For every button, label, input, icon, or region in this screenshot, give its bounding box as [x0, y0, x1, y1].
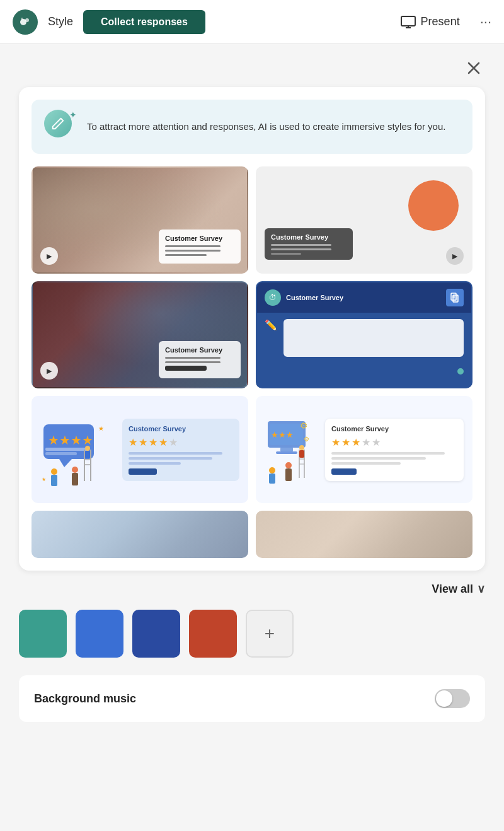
svg-rect-34 [276, 451, 297, 454]
star6-1: ★ [331, 436, 340, 448]
collect-responses-button[interactable]: Collect responses [83, 10, 205, 34]
svg-rect-3 [401, 16, 415, 26]
chevron-down-icon: ∨ [477, 582, 485, 596]
style-tab[interactable]: Style [48, 15, 73, 28]
svg-rect-27 [85, 451, 90, 458]
template-4-pencil-icon: ✏️ [265, 319, 277, 357]
svg-point-19 [72, 467, 78, 473]
more-options-button[interactable]: ··· [480, 14, 491, 30]
plus-icon: + [265, 624, 275, 644]
present-button[interactable]: Present [401, 15, 460, 28]
template-4-header: ⏱ Customer Survey [257, 282, 471, 313]
monitor-icon [401, 16, 416, 28]
star-5: ★ [169, 436, 178, 448]
partial-templates-row [32, 511, 472, 558]
template-item-4[interactable]: ⏱ Customer Survey ✏️ [256, 281, 472, 388]
template-4-input [284, 319, 464, 357]
template-5-illustration: ★★★★ [40, 412, 116, 487]
swatches-row: + [19, 610, 485, 658]
star-4: ★ [159, 436, 168, 448]
svg-point-2 [21, 18, 23, 20]
main-content: ✦ To attract more attention and response… [0, 44, 504, 831]
template-5-card: Customer Survey ★ ★ ★ ★ ★ [122, 419, 239, 481]
svg-text:★: ★ [98, 425, 104, 432]
star6-3: ★ [352, 436, 360, 448]
template-3-title: Customer Survey [165, 346, 234, 354]
template-5-line-2 [129, 457, 212, 460]
svg-point-39 [285, 462, 292, 468]
svg-point-37 [269, 467, 275, 474]
template-4-body: ✏️ [257, 313, 471, 363]
template-5-line-3 [129, 462, 181, 465]
template-item-2[interactable]: Customer Survey ▶ [256, 166, 472, 274]
template-2-circle [408, 180, 459, 231]
template-5-title: Customer Survey [129, 425, 233, 433]
toggle-thumb [436, 690, 452, 707]
svg-text:★: ★ [42, 477, 46, 482]
template-item-6[interactable]: ★★★ ⚙ ⚙ [256, 396, 472, 503]
template-6-card: Customer Survey ★ ★ ★ ★ ★ [325, 419, 464, 481]
template-1-play[interactable]: ▶ [40, 247, 58, 265]
add-color-button[interactable]: + [246, 610, 294, 658]
star6-5: ★ [372, 436, 381, 448]
template-6-illustration: ★★★ ⚙ ⚙ [265, 415, 321, 484]
svg-marker-16 [59, 459, 72, 467]
template-4-docicon [446, 289, 464, 306]
template-4-dot [457, 368, 464, 375]
close-button[interactable] [462, 57, 485, 79]
template-item-5[interactable]: ★★★★ [32, 396, 248, 503]
ai-banner-text: To attract more attention and responses,… [87, 120, 445, 134]
svg-point-1 [25, 18, 29, 22]
background-music-toggle[interactable] [435, 689, 470, 708]
star-3: ★ [149, 436, 158, 448]
svg-rect-40 [285, 468, 292, 481]
view-all-label: View all [432, 583, 473, 596]
template-item-3[interactable]: Customer Survey ▶ [32, 281, 248, 388]
swatch-dark-blue[interactable] [132, 610, 180, 658]
template-1-title: Customer Survey [165, 235, 234, 242]
template-item-7[interactable] [32, 511, 248, 558]
star-2: ★ [139, 436, 147, 448]
template-6-line-3 [331, 462, 401, 465]
template-6-line-2 [331, 457, 426, 460]
template-1-card: Customer Survey [159, 230, 241, 264]
ai-banner: ✦ To attract more attention and response… [32, 100, 472, 154]
template-2-play[interactable]: ▶ [446, 247, 464, 265]
svg-text:★★★: ★★★ [271, 430, 294, 439]
template-4-icon: ⏱ [265, 289, 281, 306]
svg-rect-15 [45, 452, 77, 455]
swatch-red-orange[interactable] [189, 610, 237, 658]
svg-rect-47 [299, 450, 304, 458]
template-6-title: Customer Survey [331, 425, 457, 433]
view-all-row: View all ∨ [19, 582, 485, 596]
pencil-icon [51, 117, 65, 131]
background-music-row: Background music [19, 675, 485, 722]
svg-rect-33 [280, 448, 293, 451]
present-label: Present [421, 15, 460, 28]
close-icon [467, 62, 480, 74]
svg-text:⚙: ⚙ [300, 421, 308, 431]
template-5-stars: ★ ★ ★ ★ ★ [129, 436, 233, 448]
close-row [19, 57, 485, 79]
template-6-stars: ★ ★ ★ ★ ★ [331, 436, 457, 448]
swatch-teal[interactable] [19, 610, 67, 658]
star6-4: ★ [362, 436, 370, 448]
svg-point-26 [85, 446, 90, 451]
template-item-1[interactable]: Customer Survey ▶ [32, 166, 248, 274]
swatch-blue[interactable] [76, 610, 123, 658]
template-3-card: Customer Survey [159, 341, 241, 378]
app-logo[interactable] [13, 9, 38, 35]
template-4-title: Customer Survey [286, 294, 441, 301]
background-music-label: Background music [34, 692, 136, 706]
template-item-8[interactable] [256, 511, 472, 558]
svg-text:★★★★: ★★★★ [48, 433, 93, 447]
template-5-button [129, 468, 157, 475]
svg-point-17 [51, 468, 57, 475]
svg-point-46 [299, 445, 304, 450]
ai-icon: ✦ [44, 110, 78, 144]
templates-grid: Customer Survey ▶ Customer Survey ▶ [32, 166, 472, 503]
sparkle-icon: ✦ [69, 110, 77, 120]
view-all-button[interactable]: View all ∨ [432, 582, 485, 596]
template-3-play[interactable]: ▶ [40, 362, 58, 380]
template-2-title: Customer Survey [271, 233, 346, 241]
